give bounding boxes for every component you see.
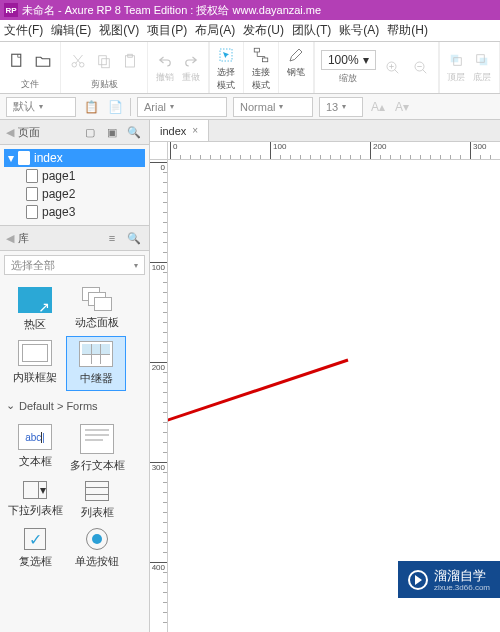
window-title: 未命名 - Axure RP 8 Team Edition : 授权给 www.… xyxy=(22,3,321,18)
ruler-corner xyxy=(150,142,168,160)
widget-inline-frame[interactable]: 内联框架 xyxy=(4,336,66,391)
textfield-icon: abc| xyxy=(18,424,52,450)
increase-font-button[interactable]: A▴ xyxy=(369,98,387,116)
new-file-button[interactable] xyxy=(6,50,28,72)
svg-rect-14 xyxy=(480,58,488,66)
menu-view[interactable]: 视图(V) xyxy=(99,22,139,39)
copy-button[interactable] xyxy=(93,50,115,72)
canvas[interactable]: 溜溜自学 zixue.3d66.com xyxy=(168,160,500,632)
collapse-icon: ▾ xyxy=(8,151,14,165)
zoom-out-button[interactable] xyxy=(410,57,432,79)
add-page-button[interactable]: ▢ xyxy=(81,123,99,141)
ruler-horizontal: 0100200300400 xyxy=(168,142,500,160)
widget-checkbox[interactable]: ✓ 复选框 xyxy=(4,524,66,573)
open-folder-button[interactable] xyxy=(32,50,54,72)
annotation-arrow xyxy=(168,350,358,470)
watermark: 溜溜自学 zixue.3d66.com xyxy=(398,561,500,598)
radio-icon xyxy=(86,528,108,550)
play-icon xyxy=(408,570,428,590)
library-grid-top: 热区 动态面板 内联框架 中继器 xyxy=(0,279,149,395)
widget-textarea[interactable]: 多行文本框 xyxy=(66,420,128,477)
hotzone-icon xyxy=(18,287,52,313)
svg-rect-3 xyxy=(99,56,107,65)
page-icon xyxy=(26,205,38,219)
select-mode-button[interactable]: 选择模式 xyxy=(215,44,237,94)
zoom-input[interactable]: 100%▾ xyxy=(321,50,376,70)
zoom-in-button[interactable] xyxy=(382,57,404,79)
send-back-button[interactable]: 底层 xyxy=(471,49,493,86)
library-search-button[interactable]: 🔍 xyxy=(125,229,143,247)
file-group-label: 文件 xyxy=(21,78,39,91)
main-toolbar: 文件 剪贴板 撤销 重做 选择模式 连接模式 xyxy=(0,42,500,94)
search-pages-button[interactable]: 🔍 xyxy=(125,123,143,141)
font-size-dropdown[interactable]: 13▾ xyxy=(319,97,363,117)
zoom-label: 缩放 xyxy=(339,72,357,85)
library-grid-forms: abc| 文本框 多行文本框 ▾ 下拉列表框 列 xyxy=(0,416,149,577)
library-tab-label[interactable]: 库 xyxy=(18,231,29,246)
copy-style-button[interactable]: 📋 xyxy=(82,98,100,116)
menu-publish[interactable]: 发布(U) xyxy=(243,22,284,39)
widget-listbox[interactable]: 列表框 xyxy=(66,477,128,524)
menu-arrange[interactable]: 布局(A) xyxy=(195,22,235,39)
style-preset-dropdown[interactable]: 默认▾ xyxy=(6,97,76,117)
menu-team[interactable]: 团队(T) xyxy=(292,22,331,39)
svg-rect-8 xyxy=(255,48,260,52)
paste-style-button[interactable]: 📄 xyxy=(106,98,124,116)
pages-tab-label[interactable]: 页面 xyxy=(18,125,40,140)
widget-repeater[interactable]: 中继器 xyxy=(66,336,126,391)
page-icon xyxy=(26,187,38,201)
connect-mode-button[interactable]: 连接模式 xyxy=(250,44,272,94)
checkbox-icon: ✓ xyxy=(24,528,46,550)
page-tree-item[interactable]: page3 xyxy=(4,203,145,221)
menu-edit[interactable]: 编辑(E) xyxy=(51,22,91,39)
paste-button[interactable] xyxy=(119,50,141,72)
widget-radio[interactable]: 单选按钮 xyxy=(66,524,128,573)
menu-project[interactable]: 项目(P) xyxy=(147,22,187,39)
svg-rect-0 xyxy=(12,54,21,66)
svg-line-16 xyxy=(168,360,348,460)
page-icon xyxy=(18,151,30,165)
page-tree-item[interactable]: page2 xyxy=(4,185,145,203)
redo-button[interactable]: 重做 xyxy=(180,49,202,86)
decrease-font-button[interactable]: A▾ xyxy=(393,98,411,116)
widget-hotzone[interactable]: 热区 xyxy=(4,283,66,336)
font-weight-dropdown[interactable]: Normal▾ xyxy=(233,97,313,117)
widget-textfield[interactable]: abc| 文本框 xyxy=(4,420,66,477)
widget-droplist[interactable]: ▾ 下拉列表框 xyxy=(4,477,66,524)
dynamic-panel-icon xyxy=(82,287,112,311)
forms-group-header[interactable]: ⌄ Default > Forms xyxy=(0,395,149,416)
canvas-tabs: index × xyxy=(150,120,500,142)
style-toolbar: 默认▾ 📋 📄 Arial▾ Normal▾ 13▾ A▴ A▾ xyxy=(0,94,500,120)
menu-help[interactable]: 帮助(H) xyxy=(387,22,428,39)
listbox-icon xyxy=(85,481,109,501)
close-tab-button[interactable]: × xyxy=(192,125,198,136)
ruler-vertical: 0100200300400 xyxy=(150,160,168,632)
library-panel-header: ◀库 ≡ 🔍 xyxy=(0,226,149,251)
undo-button[interactable]: 撤销 xyxy=(154,49,176,86)
cut-button[interactable] xyxy=(67,50,89,72)
pen-tool-button[interactable]: 钢笔 xyxy=(285,44,307,81)
add-folder-button[interactable]: ▣ xyxy=(103,123,121,141)
repeater-icon xyxy=(79,341,113,367)
page-tree-root[interactable]: ▾ index xyxy=(4,149,145,167)
menu-account[interactable]: 账号(A) xyxy=(339,22,379,39)
widget-dynamic-panel[interactable]: 动态面板 xyxy=(66,283,128,336)
menu-file[interactable]: 文件(F) xyxy=(4,22,43,39)
library-select-dropdown[interactable]: 选择全部▾ xyxy=(4,255,145,275)
canvas-tab-index[interactable]: index × xyxy=(150,120,209,141)
title-bar: RP 未命名 - Axure RP 8 Team Edition : 授权给 w… xyxy=(0,0,500,20)
pages-panel-header: ◀页面 ▢ ▣ 🔍 xyxy=(0,120,149,145)
inline-frame-icon xyxy=(18,340,52,366)
page-tree-item[interactable]: page1 xyxy=(4,167,145,185)
page-tree: ▾ index page1 page2 page3 xyxy=(0,145,149,225)
font-dropdown[interactable]: Arial▾ xyxy=(137,97,227,117)
clipboard-group-label: 剪贴板 xyxy=(91,78,118,91)
svg-rect-12 xyxy=(451,55,459,63)
chevron-down-icon: ⌄ xyxy=(6,399,15,412)
svg-rect-9 xyxy=(263,58,268,62)
svg-rect-4 xyxy=(102,59,110,68)
app-icon: RP xyxy=(4,3,18,17)
library-menu-button[interactable]: ≡ xyxy=(103,229,121,247)
bring-front-button[interactable]: 顶层 xyxy=(445,49,467,86)
canvas-area: index × 0100200300400 0100200300400 溜溜自学 xyxy=(150,120,500,632)
